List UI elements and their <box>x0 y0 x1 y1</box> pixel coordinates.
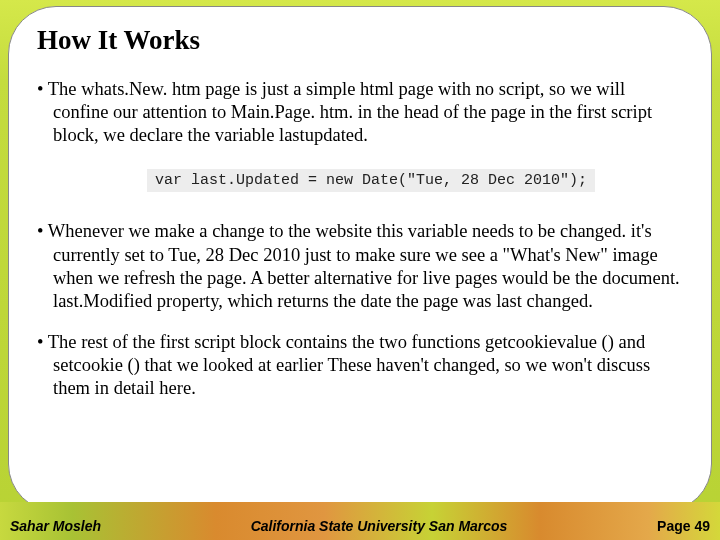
bullet-3: The rest of the first script block conta… <box>37 331 683 400</box>
bullet-2: Whenever we make a change to the website… <box>37 220 683 313</box>
footer-page: Page 49 <box>657 518 710 534</box>
bullet-1: The whats.New. htm page is just a simple… <box>37 78 683 147</box>
footer-author: Sahar Mosleh <box>10 518 101 534</box>
code-snippet: var last.Updated = new Date("Tue, 28 Dec… <box>147 169 595 192</box>
footer-institution: California State University San Marcos <box>251 518 508 534</box>
footer: Sahar Mosleh California State University… <box>0 508 720 536</box>
slide-content: How It Works The whats.New. htm page is … <box>8 6 712 512</box>
page-label: Page <box>657 518 690 534</box>
slide-title: How It Works <box>37 25 683 56</box>
slide: How It Works The whats.New. htm page is … <box>0 0 720 540</box>
page-number: 49 <box>694 518 710 534</box>
